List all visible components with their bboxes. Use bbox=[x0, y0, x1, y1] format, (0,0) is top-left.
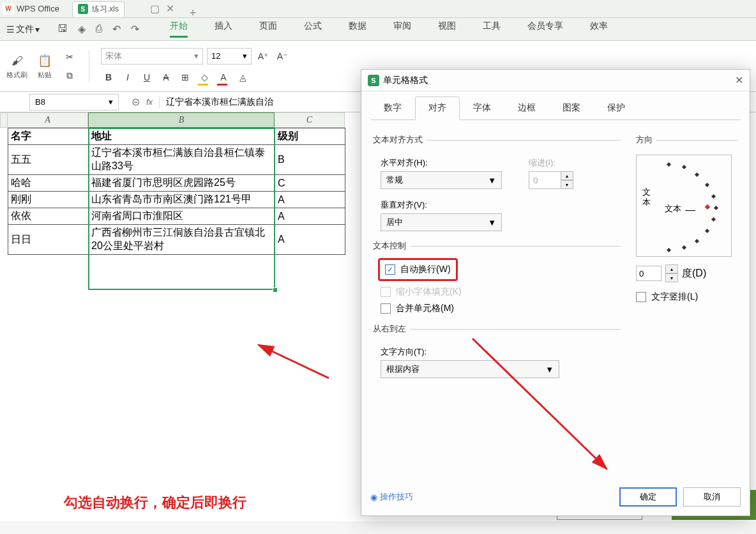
orient-horizontal-text: 文本 bbox=[665, 203, 681, 215]
copy-icon[interactable]: ⧉ bbox=[62, 68, 77, 84]
data-cell[interactable]: A bbox=[275, 225, 345, 255]
strike-button[interactable]: A bbox=[158, 70, 174, 85]
dlg-tab-对齐[interactable]: 对齐 bbox=[415, 96, 460, 120]
fill-handle[interactable] bbox=[273, 287, 278, 293]
bold-button[interactable]: B bbox=[101, 70, 116, 85]
vertical-text-label: 文字竖排(L) bbox=[651, 291, 698, 303]
undo-icon[interactable]: ↶ bbox=[112, 23, 121, 35]
indent-input[interactable] bbox=[529, 171, 561, 189]
h-align-select[interactable]: 常规▼ bbox=[381, 171, 502, 189]
font-size-select[interactable]: 12▾ bbox=[207, 48, 252, 65]
underline-button[interactable]: U bbox=[139, 70, 155, 85]
save-icon[interactable]: 🖫 bbox=[57, 23, 68, 35]
font-name-select[interactable]: 宋体▾ bbox=[101, 48, 203, 65]
data-cell[interactable]: B bbox=[275, 145, 345, 175]
data-cell[interactable]: 福建省厦门市思明区虎园路25号 bbox=[89, 175, 275, 192]
menu-公式[interactable]: 公式 bbox=[304, 20, 322, 38]
cell-format-dialog: S 单元格格式 ✕ 数字对齐字体边框图案保护 文本对齐方式 水平对齐(H): 常… bbox=[361, 69, 750, 516]
menu-审阅[interactable]: 审阅 bbox=[393, 20, 411, 38]
data-cell[interactable]: 辽宁省本溪市桓仁满族自治县桓仁镇泰山路33号 bbox=[89, 145, 275, 175]
header-cell[interactable]: 名字 bbox=[8, 128, 89, 145]
data-cell[interactable]: 山东省青岛市市南区澳门路121号甲 bbox=[89, 192, 275, 208]
v-align-value: 居中 bbox=[386, 217, 403, 228]
data-cell[interactable]: 日日 bbox=[8, 225, 89, 255]
document-tab[interactable]: S 练习.xls bbox=[72, 1, 125, 17]
wrap-checkbox[interactable]: ✓ bbox=[385, 264, 395, 275]
new-tab-button[interactable]: ＋ bbox=[187, 4, 196, 13]
cancel-fx-icon[interactable]: ⊝ bbox=[132, 96, 140, 108]
menu-页面[interactable]: 页面 bbox=[259, 20, 277, 38]
menu-效率[interactable]: 效率 bbox=[590, 20, 608, 38]
data-cell[interactable]: 刚刚 bbox=[8, 192, 89, 208]
vertical-text-checkbox[interactable] bbox=[636, 292, 646, 302]
close-icon[interactable]: ✕ bbox=[735, 74, 743, 86]
header-cell[interactable]: 地址 bbox=[89, 128, 275, 145]
fill-color-button[interactable]: ◇ bbox=[197, 70, 212, 85]
spin-up[interactable]: ▲ bbox=[561, 171, 573, 180]
merge-checkbox[interactable] bbox=[381, 303, 391, 314]
format-brush-button[interactable]: 🖌 格式刷 bbox=[6, 52, 27, 80]
rtl-legend: 从右到左 bbox=[373, 323, 410, 335]
degree-input[interactable] bbox=[636, 266, 662, 281]
dlg-tab-保护[interactable]: 保护 bbox=[594, 96, 639, 119]
col-header-a[interactable]: A bbox=[8, 112, 88, 128]
data-cell[interactable]: 广西省柳州市三江侗族自治县古宜镇北20公里处平岩村 bbox=[89, 225, 275, 255]
preview-icon[interactable]: ◈ bbox=[78, 23, 86, 35]
menu-工具[interactable]: 工具 bbox=[483, 20, 501, 38]
menu-视图[interactable]: 视图 bbox=[438, 20, 456, 38]
file-menu[interactable]: ☰ 文件 ▾ bbox=[6, 24, 40, 35]
clear-format-button[interactable]: ◬ bbox=[235, 70, 250, 85]
cancel-button[interactable]: 取消 bbox=[683, 487, 741, 507]
deg-up[interactable]: ▲ bbox=[665, 264, 678, 273]
menu-插入[interactable]: 插入 bbox=[215, 20, 232, 38]
menu-会员专享[interactable]: 会员专享 bbox=[527, 20, 563, 38]
dlg-tab-字体[interactable]: 字体 bbox=[460, 96, 504, 119]
deg-down[interactable]: ▼ bbox=[665, 273, 678, 282]
header-cell[interactable]: 级别 bbox=[275, 128, 345, 145]
ok-button[interactable]: 确定 bbox=[619, 487, 677, 507]
font-color-button[interactable]: A bbox=[216, 70, 231, 85]
col-header-b[interactable]: B bbox=[88, 112, 275, 128]
decrease-font-icon[interactable]: A⁻ bbox=[275, 49, 290, 64]
fx-label-icon[interactable]: fx bbox=[146, 97, 153, 107]
tab-close-icon[interactable]: ✕ bbox=[166, 3, 174, 15]
data-cell[interactable]: 五五 bbox=[8, 145, 89, 175]
border-button[interactable]: ⊞ bbox=[178, 70, 193, 85]
dlg-tab-数字[interactable]: 数字 bbox=[370, 96, 415, 119]
dlg-tab-边框[interactable]: 边框 bbox=[504, 96, 549, 119]
paste-button[interactable]: 📋 粘贴 bbox=[36, 52, 53, 80]
data-cell[interactable]: 依依 bbox=[8, 208, 89, 225]
angle-handle[interactable] bbox=[705, 204, 710, 210]
tab-actions: ▢ ✕ bbox=[150, 3, 174, 15]
select-all-corner[interactable] bbox=[0, 112, 8, 128]
increase-font-icon[interactable]: A⁺ bbox=[255, 49, 271, 64]
data-cell[interactable]: 哈哈 bbox=[8, 175, 89, 192]
menu-开始[interactable]: 开始 bbox=[170, 20, 188, 38]
redo-icon[interactable]: ↷ bbox=[131, 23, 139, 35]
rtl-fieldset: 从右到左 文字方向(T): 根据内容▼ bbox=[373, 323, 621, 383]
italic-button[interactable]: I bbox=[120, 70, 135, 85]
data-cell[interactable]: C bbox=[275, 175, 345, 192]
chevron-down-icon: ▾ bbox=[109, 97, 113, 107]
dialog-titlebar[interactable]: S 单元格格式 ✕ bbox=[361, 70, 750, 91]
name-box[interactable]: B8▾ bbox=[29, 94, 119, 111]
chevron-down-icon: ▾ bbox=[243, 51, 247, 61]
data-cell[interactable]: A bbox=[275, 208, 345, 225]
dlg-tab-图案[interactable]: 图案 bbox=[549, 96, 594, 119]
orientation-preview[interactable]: 文本 文本 — bbox=[636, 155, 732, 257]
direction-value: 根据内容 bbox=[386, 363, 420, 375]
indent-spinner[interactable]: ▲▼ bbox=[529, 171, 573, 189]
col-header-c[interactable]: C bbox=[275, 112, 345, 128]
tab-window-icon[interactable]: ▢ bbox=[150, 3, 160, 15]
spin-down[interactable]: ▼ bbox=[561, 180, 573, 189]
data-table[interactable]: 名字地址级别五五辽宁省本溪市桓仁满族自治县桓仁镇泰山路33号B哈哈福建省厦门市思… bbox=[8, 128, 345, 255]
tips-link[interactable]: ◉ 操作技巧 bbox=[370, 491, 413, 503]
data-cell[interactable]: A bbox=[275, 192, 345, 208]
menu-数据[interactable]: 数据 bbox=[349, 20, 367, 38]
cut-icon[interactable]: ✂ bbox=[62, 49, 77, 65]
data-cell[interactable]: 河南省周口市淮阳区 bbox=[89, 208, 275, 225]
direction-select[interactable]: 根据内容▼ bbox=[381, 360, 559, 378]
h-align-value: 常规 bbox=[386, 174, 403, 186]
print-icon[interactable]: ⎙ bbox=[96, 23, 102, 35]
v-align-select[interactable]: 居中▼ bbox=[381, 213, 502, 231]
